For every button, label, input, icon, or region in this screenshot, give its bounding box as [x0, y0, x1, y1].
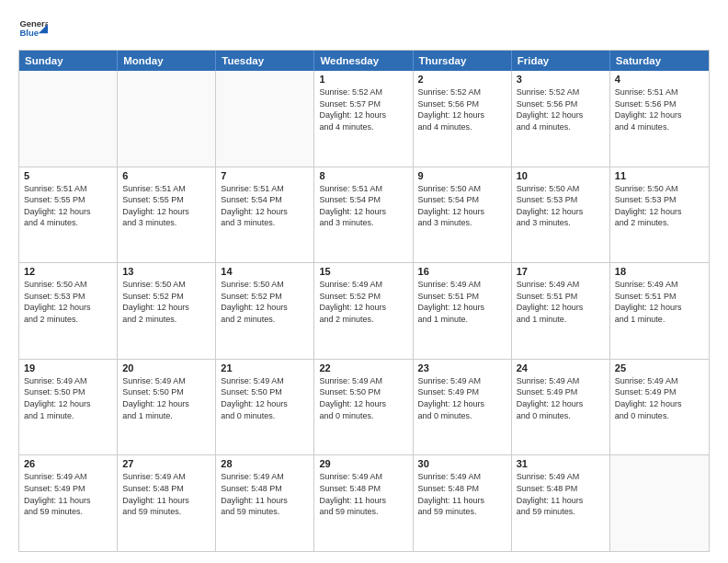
day-number: 1: [319, 74, 407, 85]
day-number: 26: [24, 458, 112, 469]
day-cell: 5Sunrise: 5:51 AMSunset: 5:55 PMDaylight…: [19, 167, 118, 263]
day-cell: 15Sunrise: 5:49 AMSunset: 5:52 PMDayligh…: [314, 263, 413, 359]
day-number: 28: [221, 458, 309, 469]
day-cell: [19, 71, 118, 167]
col-header-friday: Friday: [512, 51, 610, 71]
day-info: Sunrise: 5:51 AMSunset: 5:54 PMDaylight:…: [319, 183, 407, 229]
day-cell: 14Sunrise: 5:50 AMSunset: 5:52 PMDayligh…: [216, 263, 314, 359]
day-cell: 21Sunrise: 5:49 AMSunset: 5:50 PMDayligh…: [216, 360, 314, 455]
day-number: 27: [122, 458, 210, 469]
day-number: 19: [24, 362, 112, 373]
day-info: Sunrise: 5:49 AMSunset: 5:48 PMDaylight:…: [221, 471, 309, 517]
day-info: Sunrise: 5:49 AMSunset: 5:51 PMDaylight:…: [517, 279, 605, 325]
day-cell: 17Sunrise: 5:49 AMSunset: 5:51 PMDayligh…: [512, 263, 610, 359]
day-info: Sunrise: 5:49 AMSunset: 5:51 PMDaylight:…: [615, 279, 704, 325]
day-info: Sunrise: 5:50 AMSunset: 5:52 PMDaylight:…: [122, 279, 210, 325]
day-info: Sunrise: 5:49 AMSunset: 5:48 PMDaylight:…: [418, 471, 506, 517]
day-number: 12: [24, 266, 112, 277]
day-info: Sunrise: 5:52 AMSunset: 5:56 PMDaylight:…: [418, 86, 506, 132]
day-cell: 27Sunrise: 5:49 AMSunset: 5:48 PMDayligh…: [118, 455, 216, 551]
day-number: 11: [615, 170, 704, 181]
header: General Blue: [18, 15, 710, 44]
day-cell: 25Sunrise: 5:49 AMSunset: 5:49 PMDayligh…: [610, 360, 709, 455]
day-number: 31: [517, 458, 605, 469]
day-info: Sunrise: 5:49 AMSunset: 5:49 PMDaylight:…: [418, 375, 506, 421]
day-number: 21: [221, 362, 309, 373]
col-header-tuesday: Tuesday: [216, 51, 314, 71]
day-info: Sunrise: 5:50 AMSunset: 5:52 PMDaylight:…: [221, 279, 309, 325]
col-header-sunday: Sunday: [19, 51, 118, 71]
day-info: Sunrise: 5:49 AMSunset: 5:49 PMDaylight:…: [615, 375, 704, 421]
day-info: Sunrise: 5:51 AMSunset: 5:55 PMDaylight:…: [122, 183, 210, 229]
day-number: 3: [517, 74, 605, 85]
day-info: Sunrise: 5:49 AMSunset: 5:49 PMDaylight:…: [517, 375, 605, 421]
day-number: 22: [319, 362, 407, 373]
day-number: 7: [221, 170, 309, 181]
day-number: 9: [418, 170, 506, 181]
week-row-4: 26Sunrise: 5:49 AMSunset: 5:49 PMDayligh…: [19, 455, 709, 551]
calendar: SundayMondayTuesdayWednesdayThursdayFrid…: [18, 50, 710, 552]
day-cell: 2Sunrise: 5:52 AMSunset: 5:56 PMDaylight…: [414, 71, 512, 167]
day-cell: 29Sunrise: 5:49 AMSunset: 5:48 PMDayligh…: [314, 455, 413, 551]
day-info: Sunrise: 5:50 AMSunset: 5:53 PMDaylight:…: [24, 279, 112, 325]
day-cell: 12Sunrise: 5:50 AMSunset: 5:53 PMDayligh…: [19, 263, 118, 359]
day-info: Sunrise: 5:50 AMSunset: 5:54 PMDaylight:…: [418, 183, 506, 229]
day-info: Sunrise: 5:49 AMSunset: 5:52 PMDaylight:…: [319, 279, 407, 325]
svg-text:Blue: Blue: [19, 28, 38, 38]
page: General Blue SundayMondayTuesdayWednesda…: [0, 0, 728, 563]
day-number: 15: [319, 266, 407, 277]
day-cell: 18Sunrise: 5:49 AMSunset: 5:51 PMDayligh…: [610, 263, 709, 359]
day-cell: 19Sunrise: 5:49 AMSunset: 5:50 PMDayligh…: [19, 360, 118, 455]
day-info: Sunrise: 5:51 AMSunset: 5:55 PMDaylight:…: [24, 183, 112, 229]
day-number: 13: [122, 266, 210, 277]
day-cell: [610, 455, 709, 551]
day-cell: 16Sunrise: 5:49 AMSunset: 5:51 PMDayligh…: [414, 263, 512, 359]
day-info: Sunrise: 5:52 AMSunset: 5:56 PMDaylight:…: [517, 86, 605, 132]
day-info: Sunrise: 5:51 AMSunset: 5:54 PMDaylight:…: [221, 183, 309, 229]
column-headers: SundayMondayTuesdayWednesdayThursdayFrid…: [19, 51, 709, 71]
day-number: 2: [418, 74, 506, 85]
week-row-0: 1Sunrise: 5:52 AMSunset: 5:57 PMDaylight…: [19, 71, 709, 167]
day-cell: 8Sunrise: 5:51 AMSunset: 5:54 PMDaylight…: [314, 167, 413, 263]
day-number: 16: [418, 266, 506, 277]
day-info: Sunrise: 5:52 AMSunset: 5:57 PMDaylight:…: [319, 86, 407, 132]
day-cell: 23Sunrise: 5:49 AMSunset: 5:49 PMDayligh…: [414, 360, 512, 455]
day-cell: 9Sunrise: 5:50 AMSunset: 5:54 PMDaylight…: [414, 167, 512, 263]
svg-text:General: General: [19, 18, 48, 29]
week-row-2: 12Sunrise: 5:50 AMSunset: 5:53 PMDayligh…: [19, 263, 709, 360]
day-cell: 10Sunrise: 5:50 AMSunset: 5:53 PMDayligh…: [512, 167, 610, 263]
day-cell: [118, 71, 216, 167]
day-cell: 24Sunrise: 5:49 AMSunset: 5:49 PMDayligh…: [512, 360, 610, 455]
day-cell: [216, 71, 314, 167]
col-header-monday: Monday: [118, 51, 216, 71]
day-info: Sunrise: 5:49 AMSunset: 5:49 PMDaylight:…: [24, 471, 112, 517]
day-cell: 28Sunrise: 5:49 AMSunset: 5:48 PMDayligh…: [216, 455, 314, 551]
day-cell: 13Sunrise: 5:50 AMSunset: 5:52 PMDayligh…: [118, 263, 216, 359]
day-number: 14: [221, 266, 309, 277]
day-info: Sunrise: 5:49 AMSunset: 5:48 PMDaylight:…: [517, 471, 605, 517]
day-number: 17: [517, 266, 605, 277]
day-cell: 7Sunrise: 5:51 AMSunset: 5:54 PMDaylight…: [216, 167, 314, 263]
day-info: Sunrise: 5:49 AMSunset: 5:48 PMDaylight:…: [319, 471, 407, 517]
day-number: 6: [122, 170, 210, 181]
day-number: 25: [615, 362, 704, 373]
day-info: Sunrise: 5:49 AMSunset: 5:48 PMDaylight:…: [122, 471, 210, 517]
day-info: Sunrise: 5:49 AMSunset: 5:50 PMDaylight:…: [319, 375, 407, 421]
weeks: 1Sunrise: 5:52 AMSunset: 5:57 PMDaylight…: [19, 71, 709, 551]
day-cell: 11Sunrise: 5:50 AMSunset: 5:53 PMDayligh…: [610, 167, 709, 263]
day-number: 23: [418, 362, 506, 373]
day-cell: 22Sunrise: 5:49 AMSunset: 5:50 PMDayligh…: [314, 360, 413, 455]
day-number: 4: [615, 74, 704, 85]
day-number: 5: [24, 170, 112, 181]
day-cell: 20Sunrise: 5:49 AMSunset: 5:50 PMDayligh…: [118, 360, 216, 455]
day-info: Sunrise: 5:50 AMSunset: 5:53 PMDaylight:…: [615, 183, 704, 229]
week-row-1: 5Sunrise: 5:51 AMSunset: 5:55 PMDaylight…: [19, 167, 709, 264]
day-number: 8: [319, 170, 407, 181]
day-cell: 1Sunrise: 5:52 AMSunset: 5:57 PMDaylight…: [314, 71, 413, 167]
day-number: 29: [319, 458, 407, 469]
day-number: 10: [517, 170, 605, 181]
day-cell: 26Sunrise: 5:49 AMSunset: 5:49 PMDayligh…: [19, 455, 118, 551]
day-info: Sunrise: 5:49 AMSunset: 5:50 PMDaylight:…: [122, 375, 210, 421]
logo-icon: General Blue: [18, 15, 48, 44]
day-cell: 31Sunrise: 5:49 AMSunset: 5:48 PMDayligh…: [512, 455, 610, 551]
